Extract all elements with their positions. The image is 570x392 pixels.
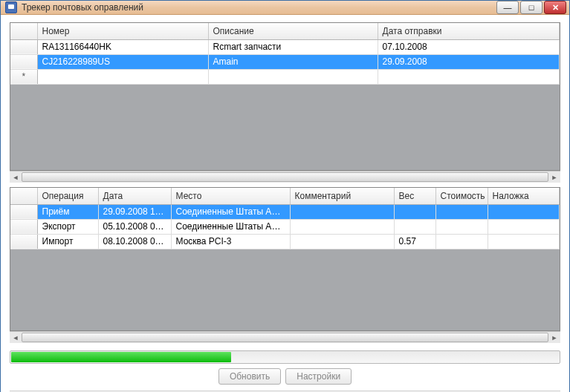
cell-number[interactable] — [37, 69, 208, 84]
row-header — [10, 39, 37, 54]
settings-button[interactable]: Настройки — [285, 368, 352, 385]
cell-cost[interactable] — [435, 204, 488, 219]
cell-comment[interactable] — [290, 219, 394, 234]
table-row[interactable]: CJ216228989USAmain29.09.2008 — [10, 54, 560, 69]
cell-description[interactable] — [208, 69, 378, 84]
refresh-button[interactable]: Обновить — [218, 368, 281, 385]
cell-cod[interactable] — [488, 219, 560, 234]
scroll-thumb[interactable] — [22, 172, 548, 182]
cell-weight[interactable]: 0.57 — [394, 234, 435, 249]
cell-weight[interactable] — [394, 219, 435, 234]
row-header — [10, 219, 37, 234]
cell-description[interactable]: Amain — [208, 54, 378, 69]
events-col-comment[interactable]: Комментарий — [290, 188, 394, 204]
table-row[interactable]: Приём29.09.2008 18:25Соединенные Штаты А… — [10, 204, 560, 219]
shipments-col-marker[interactable] — [10, 23, 37, 39]
scroll-right-icon[interactable]: ► — [548, 332, 560, 344]
button-row: Обновить Настройки — [10, 368, 560, 385]
events-hscroll[interactable]: ◄ ► — [10, 331, 560, 343]
shipments-col-description[interactable]: Описание — [208, 23, 378, 39]
progress-fill — [11, 352, 231, 362]
table-row[interactable]: Экспорт05.10.2008 07:12Соединенные Штаты… — [10, 219, 560, 234]
scroll-right-icon[interactable]: ► — [548, 172, 560, 183]
cell-cost[interactable] — [435, 219, 488, 234]
events-grid[interactable]: Операция Дата Место Комментарий Вес Стои… — [10, 187, 560, 331]
events-col-cost[interactable]: Стоимость — [435, 188, 488, 204]
scroll-left-icon[interactable]: ◄ — [10, 332, 22, 344]
titlebar[interactable]: Трекер почтовых оправлений — □ ✕ — [1, 1, 569, 15]
events-col-place[interactable]: Место — [171, 188, 290, 204]
cell-sentdate[interactable] — [378, 69, 560, 84]
cell-date[interactable]: 05.10.2008 07:12 — [98, 219, 171, 234]
window-title: Трекер почтовых оправлений — [22, 2, 496, 13]
minimize-button[interactable]: — — [496, 1, 519, 14]
cell-cod[interactable] — [488, 234, 560, 249]
app-icon — [5, 1, 17, 13]
cell-date[interactable]: 08.10.2008 05:05 — [98, 234, 171, 249]
cell-operation[interactable]: Приём — [37, 204, 98, 219]
events-col-operation[interactable]: Операция — [37, 188, 98, 204]
cell-comment[interactable] — [290, 234, 394, 249]
events-col-weight[interactable]: Вес — [394, 188, 435, 204]
table-row[interactable]: * — [10, 69, 560, 84]
row-header — [10, 204, 37, 219]
table-row[interactable]: Импорт08.10.2008 05:05Москва PCI-30.57 — [10, 234, 560, 249]
cell-operation[interactable]: Экспорт — [37, 219, 98, 234]
row-header — [10, 54, 37, 69]
row-header — [10, 234, 37, 249]
shipments-grid[interactable]: Номер Описание Дата отправки RA131166440… — [10, 22, 560, 171]
close-button[interactable]: ✕ — [544, 1, 566, 14]
table-row[interactable]: RA131166440HKRcmart запчасти07.10.2008 — [10, 39, 560, 54]
shipments-header-row: Номер Описание Дата отправки — [10, 23, 560, 39]
cell-cost[interactable] — [435, 234, 488, 249]
events-col-cod[interactable]: Наложка — [488, 188, 560, 204]
cell-sentdate[interactable]: 29.09.2008 — [378, 54, 560, 69]
cell-place[interactable]: Москва PCI-3 — [171, 234, 290, 249]
events-header-row: Операция Дата Место Комментарий Вес Стои… — [10, 188, 560, 204]
client-area: Номер Описание Дата отправки RA131166440… — [1, 15, 569, 392]
scroll-left-icon[interactable]: ◄ — [10, 172, 22, 183]
progress-bar — [10, 350, 560, 364]
cell-number[interactable]: RA131166440HK — [37, 39, 208, 54]
cell-cod[interactable] — [488, 204, 560, 219]
shipments-hscroll[interactable]: ◄ ► — [10, 171, 560, 183]
app-window: Трекер почтовых оправлений — □ ✕ Номер О… — [0, 0, 570, 392]
cell-date[interactable]: 29.09.2008 18:25 — [98, 204, 171, 219]
maximize-button[interactable]: □ — [520, 1, 543, 14]
cell-operation[interactable]: Импорт — [37, 234, 98, 249]
cell-place[interactable]: Соединенные Штаты Амер... — [171, 219, 290, 234]
shipments-col-number[interactable]: Номер — [37, 23, 208, 39]
row-header: * — [10, 69, 37, 84]
window-controls: — □ ✕ — [496, 1, 566, 14]
shipments-col-sentdate[interactable]: Дата отправки — [378, 23, 560, 39]
events-col-date[interactable]: Дата — [98, 188, 171, 204]
cell-place[interactable]: Соединенные Штаты Амер... — [171, 204, 290, 219]
cell-comment[interactable] — [290, 204, 394, 219]
cell-weight[interactable] — [394, 204, 435, 219]
events-col-marker[interactable] — [10, 188, 37, 204]
scroll-thumb[interactable] — [22, 333, 548, 342]
cell-description[interactable]: Rcmart запчасти — [208, 39, 378, 54]
cell-number[interactable]: CJ216228989US — [37, 54, 208, 69]
cell-sentdate[interactable]: 07.10.2008 — [378, 39, 560, 54]
